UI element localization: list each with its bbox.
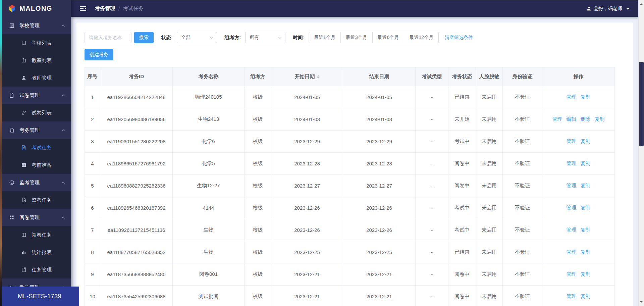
sidebar-item-invigilation-management[interactable]: 监考管理 <box>0 174 71 191</box>
sidebar-item-label: 阅卷任务 <box>32 232 52 238</box>
sidebar-item-label: 试卷管理 <box>19 92 40 99</box>
action-link[interactable]: 管理 <box>567 183 577 188</box>
cell-actions: 管理复制 <box>542 131 615 153</box>
app-logo: MALONG <box>0 0 71 17</box>
cell-index: 6 <box>85 197 100 219</box>
scrollbar-thumb[interactable] <box>639 62 644 146</box>
sidebar-item-marking-tasks[interactable]: 阅卷任务 <box>0 226 71 244</box>
cell-identity-check: 不验证 <box>503 263 542 286</box>
time-range-1month-button[interactable]: 最近1个月 <box>309 32 341 43</box>
status-select[interactable]: 全部 <box>177 32 217 43</box>
scrollbar-up-arrow-icon[interactable] <box>640 2 643 5</box>
user-greeting: 您好，码老师 <box>594 6 622 12</box>
cell-exam-name: 生物 <box>173 219 245 241</box>
cell-actions: 管理复制 <box>542 197 615 219</box>
person-icon <box>21 75 27 81</box>
breadcrumb-section[interactable]: 考务管理 <box>95 5 115 12</box>
cell-actions: 管理复制 <box>542 219 615 241</box>
sidebar-item-task-management[interactable]: 任务管理 <box>0 261 71 278</box>
sidebar-item-marking-management[interactable]: 阅卷管理 <box>0 209 71 226</box>
action-link[interactable]: 管理 <box>567 138 577 144</box>
table-row: 4 ea1189865167276961792 化学5 校级 2023-12-2… <box>85 153 615 175</box>
cell-exam-status: 考试中 <box>448 131 476 153</box>
time-range-6months-button[interactable]: 最近6个月 <box>372 32 405 43</box>
chevron-down-icon <box>278 37 282 39</box>
sidebar-item-school-list[interactable]: 学校列表 <box>0 34 71 52</box>
cell-exam-type: - <box>416 286 448 306</box>
cell-exam-status: 考试中 <box>448 197 476 219</box>
action-link[interactable]: 管理 <box>567 293 577 299</box>
cell-start-date: 2023-12-28 <box>271 153 343 175</box>
user-menu[interactable]: 您好，码老师 <box>586 6 630 12</box>
cell-end-date: 2024-01-03 <box>343 108 416 131</box>
cell-index: 10 <box>85 286 100 306</box>
cell-face-masking: 未启用 <box>476 197 503 219</box>
sidebar-item-school-management[interactable]: 学校管理 <box>0 17 71 34</box>
sidebar-item-exam-preparation[interactable]: 考前准备 <box>0 156 71 174</box>
action-link[interactable]: 复制 <box>581 227 591 233</box>
action-link[interactable]: 删除 <box>581 116 591 122</box>
sidebar-item-invigilation-tasks[interactable]: 监考任务 <box>0 191 71 209</box>
copy-documents-icon <box>9 127 15 133</box>
action-link[interactable]: 管理 <box>567 271 577 277</box>
action-link[interactable]: 管理 <box>567 227 577 233</box>
sidebar-item-exam-affairs-management[interactable]: 考务管理 <box>0 121 71 139</box>
cell-exam-type: - <box>416 131 448 153</box>
malong-logo-icon <box>8 4 16 12</box>
action-link[interactable]: 复制 <box>581 183 591 188</box>
cell-identity-check: 不验证 <box>503 153 542 175</box>
cell-index: 9 <box>85 263 100 286</box>
cell-face-masking: 未启用 <box>476 263 503 286</box>
cell-index: 4 <box>85 153 100 175</box>
collapse-sidebar-icon[interactable] <box>80 6 86 11</box>
action-link[interactable]: 复制 <box>581 249 591 255</box>
action-link[interactable]: 编辑 <box>567 116 577 122</box>
column-header-exam-type: 考试类型 <box>416 67 448 86</box>
cell-identity-check: 不验证 <box>503 219 542 241</box>
sidebar-item-teacher-management[interactable]: 教师管理 <box>0 69 71 87</box>
sidebar-item-label: 试卷列表 <box>32 110 52 116</box>
sidebar-item-classroom-list[interactable]: 教室列表 <box>0 52 71 69</box>
action-link[interactable]: 管理 <box>567 94 577 100</box>
chevron-down-icon <box>210 37 213 39</box>
cell-exam-type: - <box>416 86 448 108</box>
screen: MALONG 学校管理 学校列表 <box>0 0 644 306</box>
cell-organizer: 校级 <box>245 197 271 219</box>
sidebar-item-label: 考务管理 <box>19 127 40 134</box>
exam-name-search-input[interactable] <box>85 32 131 43</box>
table-row: 2 ea1192056980486189056 生物2413 校级 2024-0… <box>85 108 615 131</box>
time-range-3months-button[interactable]: 最近3个月 <box>340 32 373 43</box>
action-link[interactable]: 复制 <box>581 205 591 210</box>
action-link[interactable]: 管理 <box>552 116 562 122</box>
search-button[interactable]: 搜索 <box>134 32 154 43</box>
action-link[interactable]: 复制 <box>595 116 605 122</box>
sort-icon[interactable] <box>317 74 320 80</box>
time-range-12months-button[interactable]: 最近12个月 <box>404 32 439 43</box>
organizer-select[interactable]: 所有 <box>245 32 285 43</box>
action-link[interactable]: 管理 <box>567 205 577 210</box>
action-link[interactable]: 复制 <box>581 138 591 144</box>
action-link[interactable]: 管理 <box>567 160 577 166</box>
trend-chart-icon <box>21 162 27 168</box>
clear-filters-link[interactable]: 清空筛选条件 <box>445 35 473 41</box>
cell-exam-type: - <box>416 197 448 219</box>
sidebar-item-paper-management[interactable]: 试卷管理 <box>0 87 71 104</box>
vertical-scrollbar[interactable] <box>638 0 644 306</box>
sidebar-item-label: 学校管理 <box>19 22 40 29</box>
scrollbar-down-arrow-icon[interactable] <box>640 301 643 304</box>
cell-exam-status: 阅卷中 <box>448 153 476 175</box>
cell-face-masking: 未启用 <box>476 108 503 131</box>
action-link[interactable]: 管理 <box>567 249 577 255</box>
sidebar-item-exam-tasks[interactable]: 考试任务 <box>0 139 71 156</box>
table-row: 5 ea1189608827925262336 生物12-27 校级 2023-… <box>85 175 615 197</box>
sidebar-item-statistics-reports[interactable]: 统计报表 <box>0 244 71 261</box>
sidebar-item-paper-list[interactable]: 试卷列表 <box>0 104 71 121</box>
action-link[interactable]: 复制 <box>581 94 591 100</box>
cell-exam-name: 化学6 <box>173 131 245 153</box>
action-link[interactable]: 复制 <box>581 271 591 277</box>
column-header-start-date[interactable]: 开始日期 <box>271 67 343 86</box>
action-link[interactable]: 复制 <box>581 160 591 166</box>
create-exam-button[interactable]: 创建考务 <box>85 49 113 60</box>
action-link[interactable]: 复制 <box>581 293 591 299</box>
toolbar: 创建考务 <box>85 49 625 60</box>
